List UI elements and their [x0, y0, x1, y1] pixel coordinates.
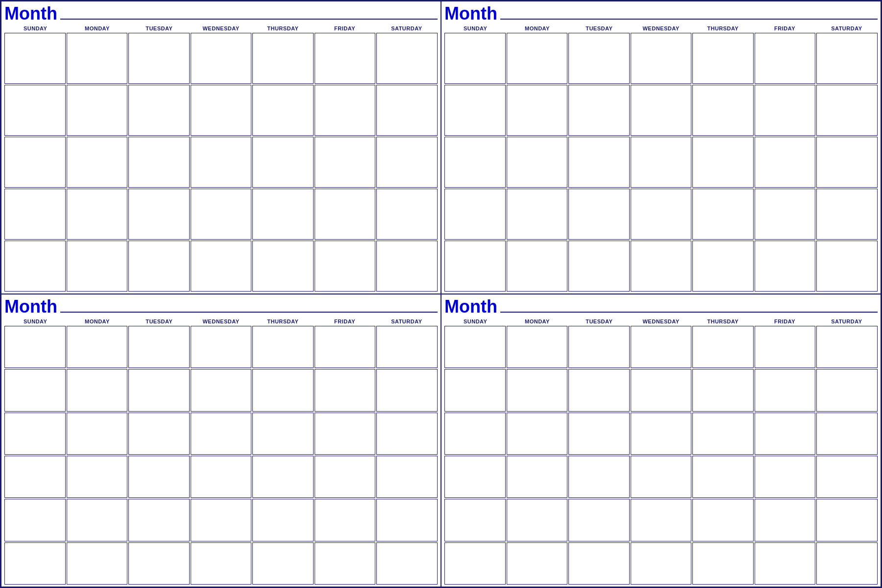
table-row[interactable] [376, 542, 438, 585]
table-row[interactable] [692, 137, 754, 188]
table-row[interactable] [568, 241, 630, 292]
table-row[interactable] [631, 499, 692, 541]
table-row[interactable] [128, 137, 190, 188]
table-row[interactable] [507, 369, 568, 411]
table-row[interactable] [128, 85, 190, 136]
table-row[interactable] [444, 542, 506, 585]
table-row[interactable] [631, 33, 692, 84]
table-row[interactable] [4, 33, 66, 84]
table-row[interactable] [507, 189, 568, 240]
table-row[interactable] [816, 369, 878, 411]
table-row[interactable] [67, 33, 128, 84]
table-row[interactable] [816, 241, 878, 292]
table-row[interactable] [816, 413, 878, 455]
table-row[interactable] [444, 189, 506, 240]
table-row[interactable] [755, 369, 816, 411]
table-row[interactable] [376, 326, 438, 368]
table-row[interactable] [252, 241, 314, 292]
table-row[interactable] [692, 369, 754, 411]
table-row[interactable] [692, 326, 754, 368]
table-row[interactable] [568, 456, 630, 498]
table-row[interactable] [692, 85, 754, 136]
table-row[interactable] [755, 326, 816, 368]
table-row[interactable] [67, 137, 128, 188]
table-row[interactable] [755, 189, 816, 240]
table-row[interactable] [507, 456, 568, 498]
table-row[interactable] [315, 241, 376, 292]
table-row[interactable] [376, 369, 438, 411]
table-row[interactable] [252, 85, 314, 136]
table-row[interactable] [507, 542, 568, 585]
table-row[interactable] [507, 413, 568, 455]
table-row[interactable] [568, 542, 630, 585]
table-row[interactable] [816, 33, 878, 84]
table-row[interactable] [568, 326, 630, 368]
table-row[interactable] [128, 189, 190, 240]
table-row[interactable] [816, 85, 878, 136]
table-row[interactable] [816, 137, 878, 188]
table-row[interactable] [631, 542, 692, 585]
table-row[interactable] [128, 326, 190, 368]
table-row[interactable] [128, 241, 190, 292]
table-row[interactable] [692, 33, 754, 84]
table-row[interactable] [444, 33, 506, 84]
table-row[interactable] [507, 137, 568, 188]
table-row[interactable] [315, 369, 376, 411]
table-row[interactable] [376, 241, 438, 292]
table-row[interactable] [67, 499, 128, 541]
table-row[interactable] [376, 499, 438, 541]
table-row[interactable] [568, 137, 630, 188]
table-row[interactable] [4, 241, 66, 292]
table-row[interactable] [755, 137, 816, 188]
table-row[interactable] [252, 456, 314, 498]
table-row[interactable] [252, 189, 314, 240]
table-row[interactable] [315, 137, 376, 188]
table-row[interactable] [507, 326, 568, 368]
table-row[interactable] [4, 85, 66, 136]
table-row[interactable] [376, 189, 438, 240]
table-row[interactable] [444, 413, 506, 455]
table-row[interactable] [507, 499, 568, 541]
table-row[interactable] [315, 456, 376, 498]
table-row[interactable] [816, 542, 878, 585]
table-row[interactable] [507, 85, 568, 136]
table-row[interactable] [315, 33, 376, 84]
table-row[interactable] [568, 189, 630, 240]
table-row[interactable] [67, 241, 128, 292]
table-row[interactable] [631, 189, 692, 240]
table-row[interactable] [128, 369, 190, 411]
table-row[interactable] [128, 542, 190, 585]
table-row[interactable] [692, 413, 754, 455]
table-row[interactable] [67, 85, 128, 136]
table-row[interactable] [4, 137, 66, 188]
table-row[interactable] [128, 413, 190, 455]
table-row[interactable] [507, 33, 568, 84]
table-row[interactable] [755, 413, 816, 455]
table-row[interactable] [252, 499, 314, 541]
table-row[interactable] [507, 241, 568, 292]
table-row[interactable] [444, 499, 506, 541]
table-row[interactable] [67, 413, 128, 455]
table-row[interactable] [755, 85, 816, 136]
table-row[interactable] [568, 413, 630, 455]
table-row[interactable] [315, 85, 376, 136]
table-row[interactable] [444, 241, 506, 292]
table-row[interactable] [315, 189, 376, 240]
table-row[interactable] [128, 499, 190, 541]
table-row[interactable] [816, 189, 878, 240]
table-row[interactable] [568, 499, 630, 541]
table-row[interactable] [128, 33, 190, 84]
table-row[interactable] [631, 326, 692, 368]
table-row[interactable] [376, 33, 438, 84]
table-row[interactable] [816, 499, 878, 541]
table-row[interactable] [631, 241, 692, 292]
table-row[interactable] [444, 326, 506, 368]
table-row[interactable] [376, 456, 438, 498]
table-row[interactable] [191, 241, 252, 292]
table-row[interactable] [755, 241, 816, 292]
table-row[interactable] [4, 369, 66, 411]
table-row[interactable] [444, 85, 506, 136]
table-row[interactable] [568, 369, 630, 411]
table-row[interactable] [191, 369, 252, 411]
table-row[interactable] [631, 413, 692, 455]
